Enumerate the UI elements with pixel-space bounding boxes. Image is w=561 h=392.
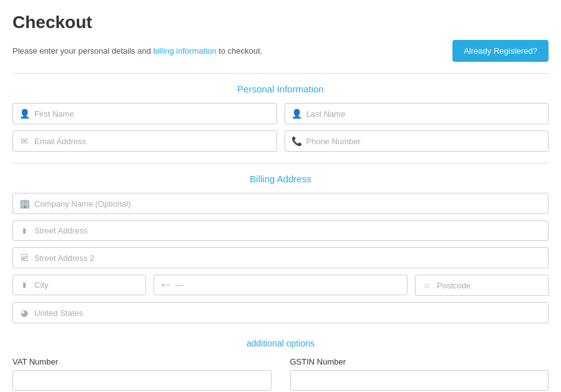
company-input[interactable] <box>34 199 542 208</box>
postcode-icon: ○ <box>422 280 432 290</box>
contact-row: ✉ 📞 <box>12 130 549 152</box>
building-icon: 🏢 <box>19 198 29 208</box>
country-wrapper: ◕ <box>12 302 549 323</box>
vat-group: VAT Number (If Applicable) <box>12 357 271 392</box>
city-input[interactable] <box>34 280 139 290</box>
company-row: 🏢 <box>12 193 549 214</box>
checkout-page: Checkout Please enter your personal deta… <box>0 0 561 392</box>
intro-text-after: to checkout. <box>217 46 263 56</box>
city-wrapper: ▮ <box>12 275 146 295</box>
first-name-input[interactable] <box>34 109 270 119</box>
last-name-wrapper: 👤 <box>285 103 549 124</box>
city-state-postcode-row: ▮ +− ○ <box>12 275 549 296</box>
mail-icon: ✉ <box>19 136 29 146</box>
city-icon: ▮ <box>19 281 29 289</box>
street2-row: 🗹 <box>12 247 549 268</box>
last-name-group: 👤 <box>285 103 549 124</box>
street1-input[interactable] <box>34 226 542 235</box>
intro-row: Please enter your personal details and b… <box>12 40 549 62</box>
already-registered-button[interactable]: Already Registered? <box>452 40 549 62</box>
street2-group: 🗹 <box>12 247 549 268</box>
additional-options-section: additional options VAT Number (If Applic… <box>12 338 549 392</box>
phone-icon: 📞 <box>291 136 301 146</box>
gstin-group: GSTIN Number (If Applicable) <box>290 357 549 392</box>
last-name-input[interactable] <box>306 109 542 119</box>
country-input[interactable] <box>34 308 542 318</box>
state-icon: +− <box>160 280 170 290</box>
vat-input[interactable] <box>12 370 271 391</box>
phone-input[interactable] <box>306 137 542 146</box>
street1-row: ▮ <box>12 220 549 241</box>
personal-information-section: Personal Information 👤 👤 ✉ <box>12 84 549 152</box>
user-icon: 👤 <box>19 109 29 119</box>
phone-group: 📞 <box>285 130 549 152</box>
vat-label: VAT Number <box>12 357 271 366</box>
billing-address-section: Billing Address 🏢 ▮ 🗹 <box>12 163 549 323</box>
globe-icon: ◕ <box>19 308 29 318</box>
state-group: +− <box>154 275 407 296</box>
pin-icon: 🗹 <box>19 253 29 263</box>
gstin-label: GSTIN Number <box>290 357 549 366</box>
top-divider <box>12 73 549 74</box>
gstin-input[interactable] <box>290 370 549 391</box>
country-group: ◕ <box>12 302 549 323</box>
state-wrapper: +− <box>154 275 407 295</box>
company-group: 🏢 <box>12 193 549 214</box>
personal-information-title: Personal Information <box>12 84 549 94</box>
street1-group: ▮ <box>12 220 549 241</box>
first-name-group: 👤 <box>12 103 277 124</box>
intro-billing-link: billing information <box>153 46 216 56</box>
email-group: ✉ <box>12 130 277 152</box>
city-group: ▮ <box>12 275 146 296</box>
email-wrapper: ✉ <box>12 130 277 152</box>
country-row: ◕ <box>12 302 549 323</box>
name-row: 👤 👤 <box>12 103 549 124</box>
street-icon: ▮ <box>19 227 29 235</box>
vat-gstin-row: VAT Number (If Applicable) GSTIN Number … <box>12 357 549 392</box>
phone-wrapper: 📞 <box>285 130 549 152</box>
billing-address-title: Billing Address <box>12 174 549 184</box>
page-title: Checkout <box>12 12 549 32</box>
first-name-wrapper: 👤 <box>12 103 277 124</box>
billing-divider <box>12 163 549 164</box>
postcode-group: ○ <box>415 275 549 296</box>
additional-options-title: additional options <box>12 338 549 348</box>
postcode-wrapper: ○ <box>415 275 549 296</box>
intro-text-before: Please enter your personal details and <box>12 46 153 56</box>
company-wrapper: 🏢 <box>12 193 549 214</box>
state-input[interactable] <box>175 280 401 290</box>
street1-wrapper: ▮ <box>12 220 549 241</box>
street2-wrapper: 🗹 <box>12 247 549 268</box>
intro-text: Please enter your personal details and b… <box>12 46 262 56</box>
street2-input[interactable] <box>34 253 542 263</box>
postcode-input[interactable] <box>437 281 542 290</box>
user-icon-last: 👤 <box>291 109 301 119</box>
email-input[interactable] <box>34 137 270 146</box>
